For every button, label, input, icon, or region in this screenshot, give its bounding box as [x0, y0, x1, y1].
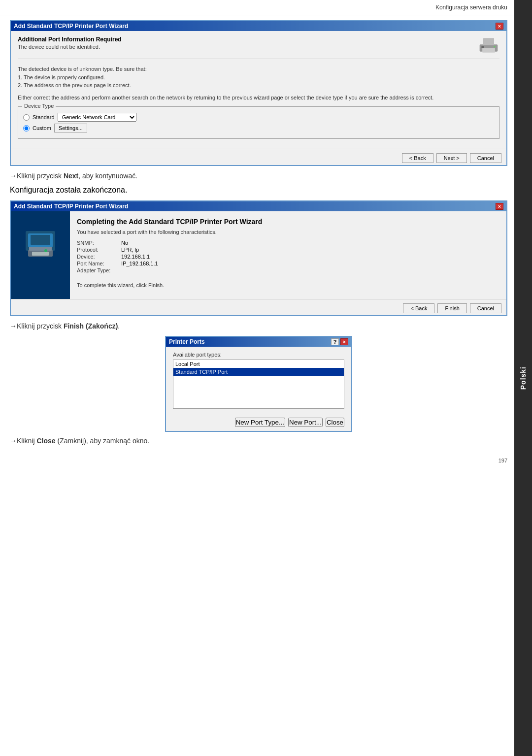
dialog2-info-table: SNMP: No Protocol: LPR, lp Device: 192.1…: [77, 240, 499, 273]
svg-rect-1: [482, 48, 495, 53]
custom-radio[interactable]: [23, 125, 30, 131]
custom-radio-row: Custom Settings...: [23, 124, 494, 132]
dialog1-title: Add Standard TCP/IP Printer Port Wizard: [14, 23, 128, 30]
dialog1-header-sub: The device could not be identified.: [18, 44, 122, 50]
svg-rect-2: [483, 38, 494, 45]
dialog2-footer: < Back Finish Cancel: [11, 299, 506, 315]
port-item-tcpip[interactable]: Standard TCP/IP Port: [173, 368, 344, 376]
page-header-text: Konfiguracja serwera druku: [435, 4, 507, 11]
svg-point-12: [44, 249, 47, 252]
instruction3-suffix: (Zamknij), aby zamknąć okno.: [56, 437, 150, 445]
snmp-value: No: [121, 240, 128, 246]
svg-rect-10: [32, 252, 49, 256]
dialog2-footer-text: To complete this wizard, click Finish.: [77, 282, 499, 288]
port-name-row: Port Name: IP_192.168.1.1: [77, 261, 499, 266]
dialog2-title: Add Standard TCP/IP Printer Port Wizard: [14, 203, 128, 210]
instruction3-bold: Close: [36, 437, 55, 445]
dialog1-footer: < Back Next > Cancel: [11, 149, 506, 165]
protocol-row: Protocol: LPR, lp: [77, 247, 499, 253]
side-tab: Polski: [514, 0, 532, 756]
svg-point-4: [494, 46, 496, 48]
device-row: Device: 192.168.1.1: [77, 254, 499, 260]
device-label: Device:: [77, 254, 121, 260]
instruction2-suffix: .: [118, 322, 120, 330]
dialog2-finish-button[interactable]: Finish: [437, 303, 466, 313]
dialog3-titlebar-left: Printer Ports: [169, 338, 205, 345]
dialog2-description: You have selected a port with the follow…: [77, 229, 499, 235]
port-item-local[interactable]: Local Port: [173, 360, 344, 368]
instruction-completion: Konfiguracja została zakończona.: [10, 186, 507, 195]
wizard-icon-large: [18, 216, 63, 270]
printer-icon-top: [478, 36, 499, 55]
dialog1-back-button[interactable]: < Back: [402, 153, 433, 163]
svg-rect-3: [481, 46, 484, 48]
device-type-group: Device Type Standard Generic Network Car…: [18, 106, 499, 139]
dialog3-close-button[interactable]: ×: [340, 338, 348, 345]
page-number: 197: [0, 456, 532, 465]
dialog3-close-btn[interactable]: Close: [326, 418, 344, 427]
adapter-label: Adapter Type:: [77, 267, 121, 273]
main-content: Add Standard TCP/IP Printer Port Wizard …: [0, 15, 532, 456]
svg-rect-8: [31, 235, 50, 245]
instruction1-arrow: →: [10, 172, 17, 180]
svg-rect-11: [29, 247, 52, 251]
instruction1-bold: Next: [64, 172, 78, 180]
dialog1-header-text: Additional Port Information Required The…: [18, 36, 122, 50]
instruction3: →Kliknij Close (Zamknij), aby zamknąć ok…: [10, 437, 507, 445]
dialog2-left-panel: [11, 211, 70, 299]
dialog1: Add Standard TCP/IP Printer Port Wizard …: [10, 20, 507, 166]
available-ports-label: Available port types:: [173, 352, 344, 358]
dialog1-next-button[interactable]: Next >: [436, 153, 467, 163]
dialog1-cancel-button[interactable]: Cancel: [470, 153, 501, 163]
dialog2-back-button[interactable]: < Back: [403, 303, 434, 313]
side-tab-label: Polski: [519, 366, 527, 390]
page-header: Konfiguracja serwera druku: [0, 0, 532, 15]
instruction3-prefix: Kliknij: [17, 437, 36, 445]
standard-radio-row: Standard Generic Network Card: [23, 113, 494, 122]
instruction1: →Kliknij przycisk Next, aby kontynuować.: [10, 172, 507, 180]
dialog1-info1: The detected device is of unknown type. …: [18, 65, 499, 90]
device-value: 192.168.1.1: [121, 254, 150, 260]
dialog2-titlebar: Add Standard TCP/IP Printer Port Wizard …: [11, 201, 506, 211]
dialog3-titlebar: Printer Ports ? ×: [166, 337, 351, 347]
new-port-button[interactable]: New Port...: [288, 418, 323, 427]
dialog1-info4: Either correct the address and perform a…: [18, 94, 499, 102]
instruction2-bold: Finish (Zakończ): [64, 322, 118, 330]
instruction3-arrow: →: [10, 437, 17, 445]
dialog3-body: Available port types: Local Port Standar…: [166, 347, 351, 414]
dialog2-inner: Completing the Add Standard TCP/IP Print…: [11, 211, 506, 299]
dialog3-help-button[interactable]: ?: [331, 338, 339, 345]
snmp-row: SNMP: No: [77, 240, 499, 246]
dialog3: Printer Ports ? × Available port types: …: [165, 336, 352, 432]
standard-radio[interactable]: [23, 114, 30, 121]
instruction1-prefix: Kliknij przycisk: [17, 172, 64, 180]
snmp-label: SNMP:: [77, 240, 121, 246]
new-port-type-button[interactable]: New Port Type...: [235, 418, 285, 427]
dialog3-footer: New Port Type... New Port... Close: [166, 414, 351, 431]
device-type-legend: Device Type: [22, 103, 56, 109]
custom-label: Custom: [33, 125, 51, 131]
dialog1-titlebar: Add Standard TCP/IP Printer Port Wizard …: [11, 21, 506, 31]
dialog1-header-section: Additional Port Information Required The…: [18, 36, 499, 59]
port-name-label: Port Name:: [77, 261, 121, 266]
settings-button[interactable]: Settings...: [54, 124, 87, 132]
instruction2: →Kliknij przycisk Finish (Zakończ).: [10, 322, 507, 330]
standard-dropdown[interactable]: Generic Network Card: [58, 113, 136, 122]
dialog2-close-button[interactable]: ×: [496, 203, 503, 210]
protocol-label: Protocol:: [77, 247, 121, 253]
dialog3-titlebar-buttons: ? ×: [331, 338, 348, 345]
dialog2-heading: Completing the Add Standard TCP/IP Print…: [77, 217, 499, 226]
dialog2: Add Standard TCP/IP Printer Port Wizard …: [10, 200, 507, 316]
protocol-value: LPR, lp: [121, 247, 139, 253]
dialog1-body: Additional Port Information Required The…: [11, 31, 506, 149]
dialog1-header-bold: Additional Port Information Required: [18, 36, 122, 43]
dialog2-cancel-button[interactable]: Cancel: [470, 303, 501, 313]
dialog3-title: Printer Ports: [169, 338, 205, 345]
port-list: Local Port Standard TCP/IP Port: [173, 360, 344, 409]
dialog2-right-panel: Completing the Add Standard TCP/IP Print…: [70, 211, 506, 299]
dialog1-close-button[interactable]: ×: [496, 23, 503, 30]
port-name-value: IP_192.168.1.1: [121, 261, 158, 266]
adapter-row: Adapter Type:: [77, 267, 499, 273]
instruction1-suffix: , aby kontynuować.: [78, 172, 137, 180]
instruction2-prefix: Kliknij przycisk: [17, 322, 64, 330]
